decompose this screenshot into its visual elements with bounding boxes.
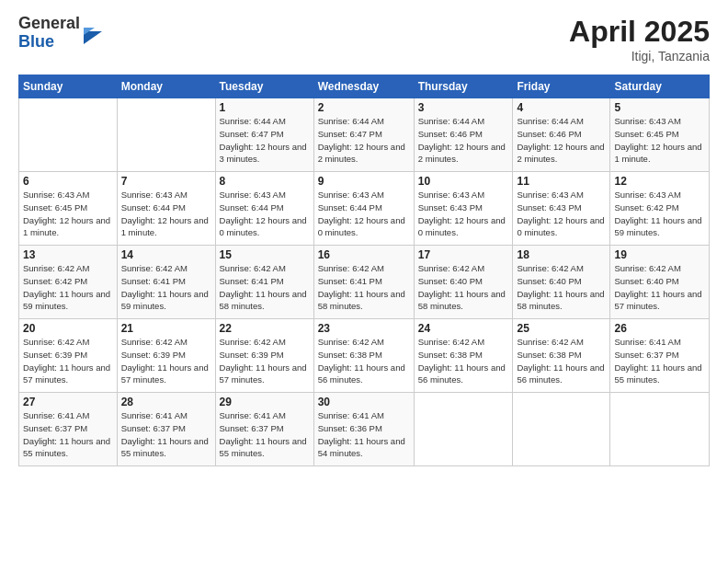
logo: General Blue <box>18 15 102 52</box>
day-number: 7 <box>121 175 211 188</box>
header-saturday: Saturday <box>610 75 710 98</box>
day-number: 6 <box>23 175 113 188</box>
table-row: 13 Sunrise: 6:42 AMSunset: 6:42 PMDaylig… <box>19 246 118 319</box>
day-number: 26 <box>614 322 705 335</box>
table-row: 7 Sunrise: 6:43 AMSunset: 6:44 PMDayligh… <box>117 172 215 246</box>
header-tuesday: Tuesday <box>215 75 313 98</box>
table-row: 22 Sunrise: 6:42 AMSunset: 6:39 PMDaylig… <box>215 319 313 393</box>
day-number: 10 <box>418 175 509 188</box>
day-detail: Sunrise: 6:41 AMSunset: 6:37 PMDaylight:… <box>220 410 307 458</box>
day-detail: Sunrise: 6:42 AMSunset: 6:39 PMDaylight:… <box>121 337 209 385</box>
day-number: 9 <box>318 175 410 188</box>
header-sunday: Sunday <box>19 75 118 98</box>
day-detail: Sunrise: 6:44 AMSunset: 6:46 PMDaylight:… <box>418 116 506 164</box>
day-detail: Sunrise: 6:42 AMSunset: 6:40 PMDaylight:… <box>614 263 701 311</box>
header-thursday: Thursday <box>414 75 513 98</box>
day-number: 27 <box>23 396 113 408</box>
table-row: 10 Sunrise: 6:43 AMSunset: 6:43 PMDaylig… <box>414 172 513 246</box>
day-detail: Sunrise: 6:42 AMSunset: 6:41 PMDaylight:… <box>318 263 405 311</box>
table-row: 19 Sunrise: 6:42 AMSunset: 6:40 PMDaylig… <box>610 246 710 319</box>
day-number: 28 <box>121 396 211 408</box>
day-detail: Sunrise: 6:42 AMSunset: 6:38 PMDaylight:… <box>418 337 506 385</box>
day-detail: Sunrise: 6:42 AMSunset: 6:40 PMDaylight:… <box>517 263 604 311</box>
header-friday: Friday <box>513 75 610 98</box>
day-number: 16 <box>318 248 410 261</box>
table-row: 28 Sunrise: 6:41 AMSunset: 6:37 PMDaylig… <box>117 393 215 466</box>
table-row <box>414 393 513 466</box>
logo-blue: Blue <box>18 33 80 52</box>
day-detail: Sunrise: 6:42 AMSunset: 6:41 PMDaylight:… <box>121 263 209 311</box>
day-detail: Sunrise: 6:41 AMSunset: 6:37 PMDaylight:… <box>614 337 701 385</box>
day-detail: Sunrise: 6:42 AMSunset: 6:42 PMDaylight:… <box>23 263 110 311</box>
month-title: April 2025 <box>569 15 710 49</box>
day-number: 18 <box>517 248 606 261</box>
logo-icon <box>82 18 102 44</box>
table-row: 6 Sunrise: 6:43 AMSunset: 6:45 PMDayligh… <box>19 172 118 246</box>
header: General Blue April 2025 Itigi, Tanzania <box>18 15 710 63</box>
table-row: 24 Sunrise: 6:42 AMSunset: 6:38 PMDaylig… <box>414 319 513 393</box>
day-number: 22 <box>220 322 310 335</box>
day-number: 11 <box>517 175 606 188</box>
day-detail: Sunrise: 6:43 AMSunset: 6:42 PMDaylight:… <box>614 190 701 237</box>
table-row: 15 Sunrise: 6:42 AMSunset: 6:41 PMDaylig… <box>215 246 313 319</box>
location: Itigi, Tanzania <box>569 49 710 63</box>
table-row <box>610 393 710 466</box>
header-monday: Monday <box>117 75 215 98</box>
svg-marker-0 <box>84 31 102 44</box>
table-row: 25 Sunrise: 6:42 AMSunset: 6:38 PMDaylig… <box>513 319 610 393</box>
table-row: 8 Sunrise: 6:43 AMSunset: 6:44 PMDayligh… <box>215 172 313 246</box>
table-row <box>513 393 610 466</box>
day-detail: Sunrise: 6:42 AMSunset: 6:38 PMDaylight:… <box>517 337 604 385</box>
day-detail: Sunrise: 6:43 AMSunset: 6:44 PMDaylight:… <box>220 190 307 237</box>
table-row: 5 Sunrise: 6:43 AMSunset: 6:45 PMDayligh… <box>610 98 710 172</box>
day-number: 15 <box>220 248 310 261</box>
day-detail: Sunrise: 6:42 AMSunset: 6:41 PMDaylight:… <box>220 263 307 311</box>
day-number: 25 <box>517 322 606 335</box>
table-row: 9 Sunrise: 6:43 AMSunset: 6:44 PMDayligh… <box>313 172 414 246</box>
day-detail: Sunrise: 6:42 AMSunset: 6:39 PMDaylight:… <box>23 337 110 385</box>
table-row: 14 Sunrise: 6:42 AMSunset: 6:41 PMDaylig… <box>117 246 215 319</box>
day-number: 23 <box>318 322 410 335</box>
day-detail: Sunrise: 6:41 AMSunset: 6:36 PMDaylight:… <box>318 410 405 458</box>
day-number: 29 <box>220 396 310 408</box>
table-row: 2 Sunrise: 6:44 AMSunset: 6:47 PMDayligh… <box>313 98 414 172</box>
page: General Blue April 2025 Itigi, Tanzania … <box>0 0 728 563</box>
table-row: 1 Sunrise: 6:44 AMSunset: 6:47 PMDayligh… <box>215 98 313 172</box>
day-number: 5 <box>614 101 705 114</box>
table-row <box>19 98 118 172</box>
table-row: 4 Sunrise: 6:44 AMSunset: 6:46 PMDayligh… <box>513 98 610 172</box>
day-detail: Sunrise: 6:43 AMSunset: 6:43 PMDaylight:… <box>517 190 604 237</box>
logo-general: General <box>18 15 80 33</box>
day-number: 1 <box>220 101 310 114</box>
week-row-3: 13 Sunrise: 6:42 AMSunset: 6:42 PMDaylig… <box>19 246 710 319</box>
day-detail: Sunrise: 6:43 AMSunset: 6:45 PMDaylight:… <box>23 190 110 237</box>
day-number: 8 <box>220 175 310 188</box>
day-detail: Sunrise: 6:41 AMSunset: 6:37 PMDaylight:… <box>121 410 209 458</box>
day-detail: Sunrise: 6:42 AMSunset: 6:39 PMDaylight:… <box>220 337 307 385</box>
title-section: April 2025 Itigi, Tanzania <box>569 15 710 63</box>
day-detail: Sunrise: 6:42 AMSunset: 6:40 PMDaylight:… <box>418 263 506 311</box>
day-number: 4 <box>517 101 606 114</box>
table-row: 29 Sunrise: 6:41 AMSunset: 6:37 PMDaylig… <box>215 393 313 466</box>
day-detail: Sunrise: 6:43 AMSunset: 6:45 PMDaylight:… <box>614 116 701 164</box>
table-row <box>117 98 215 172</box>
day-number: 20 <box>23 322 113 335</box>
day-detail: Sunrise: 6:42 AMSunset: 6:38 PMDaylight:… <box>318 337 405 385</box>
day-number: 12 <box>614 175 705 188</box>
day-number: 2 <box>318 101 410 114</box>
week-row-1: 1 Sunrise: 6:44 AMSunset: 6:47 PMDayligh… <box>19 98 710 172</box>
table-row: 16 Sunrise: 6:42 AMSunset: 6:41 PMDaylig… <box>313 246 414 319</box>
table-row: 30 Sunrise: 6:41 AMSunset: 6:36 PMDaylig… <box>313 393 414 466</box>
day-number: 19 <box>614 248 705 261</box>
day-detail: Sunrise: 6:43 AMSunset: 6:43 PMDaylight:… <box>418 190 506 237</box>
table-row: 26 Sunrise: 6:41 AMSunset: 6:37 PMDaylig… <box>610 319 710 393</box>
header-wednesday: Wednesday <box>313 75 414 98</box>
day-number: 30 <box>318 396 410 408</box>
weekday-header-row: Sunday Monday Tuesday Wednesday Thursday… <box>19 75 710 98</box>
day-detail: Sunrise: 6:44 AMSunset: 6:46 PMDaylight:… <box>517 116 604 164</box>
day-detail: Sunrise: 6:41 AMSunset: 6:37 PMDaylight:… <box>23 410 110 458</box>
day-number: 21 <box>121 322 211 335</box>
day-detail: Sunrise: 6:44 AMSunset: 6:47 PMDaylight:… <box>220 116 307 164</box>
day-number: 17 <box>418 248 509 261</box>
table-row: 11 Sunrise: 6:43 AMSunset: 6:43 PMDaylig… <box>513 172 610 246</box>
